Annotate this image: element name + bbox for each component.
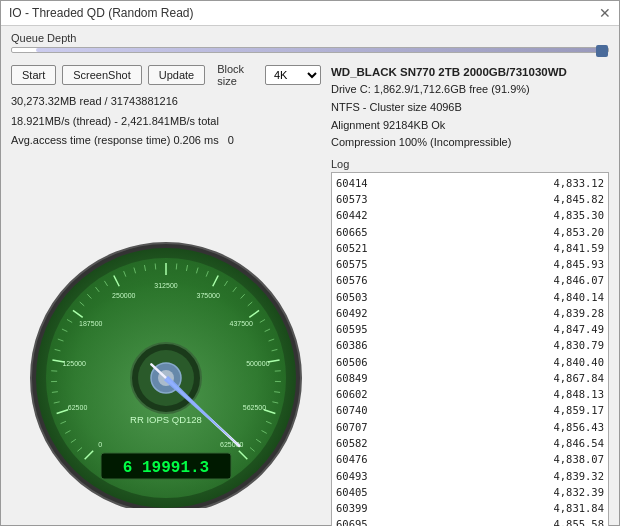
log-entry: 605754,845.93 [336,256,604,272]
slider-thumb [596,45,608,57]
log-entry: 603994,831.84 [336,500,604,516]
update-button[interactable]: Update [148,65,205,85]
block-size-group: Block size 4K 512B 1K 2K 8K 16K 32K 64K [217,63,321,87]
queue-depth-label: Queue Depth [11,32,609,44]
drive-compression: Compression 100% (Incompressible) [331,134,609,152]
log-entry: 605824,846.54 [336,435,604,451]
log-entry: 606654,853.20 [336,224,604,240]
log-entry: 604764,838.07 [336,451,604,467]
stats-line1: 30,273.32MB read / 31743881216 [11,93,321,111]
drive-name: WD_BLACK SN770 2TB 2000GB/731030WD [331,63,609,81]
svg-text:375000: 375000 [197,293,220,300]
queue-depth-slider[interactable] [11,47,609,53]
stats-line3: Avg.access time (response time) 0.206 ms… [11,132,321,150]
svg-text:562500: 562500 [243,404,266,411]
log-entry: 605954,847.49 [336,321,604,337]
log-entry: 607074,856.43 [336,419,604,435]
log-entry: 605734,845.82 [336,191,604,207]
log-entry: 603864,830.79 [336,337,604,353]
log-entry: 605764,846.07 [336,272,604,288]
gauge-readout: 6 19991.3 [123,459,209,477]
log-label: Log [331,158,609,170]
log-entry: 604144,833.12 [336,175,604,191]
gauge-container: 0625001250001875002500003125003750004375… [11,156,321,526]
svg-text:500000: 500000 [246,361,269,368]
svg-line-29 [176,264,177,270]
controls-row: Start ScreenShot Update Block size 4K 51… [11,63,321,87]
log-entry: 606024,848.13 [336,386,604,402]
main-content: Start ScreenShot Update Block size 4K 51… [1,57,619,526]
log-entry: 607404,859.17 [336,402,604,418]
slider-fill [36,48,608,52]
log-entry: 604924,839.28 [336,305,604,321]
log-entry: 608494,867.84 [336,370,604,386]
right-panel: WD_BLACK SN770 2TB 2000GB/731030WD Drive… [331,63,609,526]
svg-text:312500: 312500 [154,282,177,289]
log-entry: 605214,841.59 [336,240,604,256]
title-bar: IO - Threaded QD (Random Read) ✕ [1,1,619,26]
log-entry: 604424,835.30 [336,207,604,223]
log-box[interactable]: 604144,833.12605734,845.82604424,835.306… [331,172,609,526]
svg-text:187500: 187500 [79,321,102,328]
gauge-center-label: RR IOPS QD128 [130,414,202,425]
log-entry: 605064,840.40 [336,354,604,370]
log-entry: 605034,840.14 [336,289,604,305]
queue-depth-section: Queue Depth [1,26,619,57]
stats-line2: 18.921MB/s (thread) - 2,421.841MB/s tota… [11,113,321,131]
svg-text:125000: 125000 [62,361,85,368]
drive-ntfs: NTFS - Cluster size 4096B [331,99,609,117]
window-title: IO - Threaded QD (Random Read) [9,6,194,20]
block-size-select[interactable]: 4K 512B 1K 2K 8K 16K 32K 64K [265,65,321,85]
drive-info: WD_BLACK SN770 2TB 2000GB/731030WD Drive… [331,63,609,152]
svg-text:250000: 250000 [112,293,135,300]
left-panel: Start ScreenShot Update Block size 4K 51… [11,63,321,526]
log-entry: 604054,832.39 [336,484,604,500]
screenshot-button[interactable]: ScreenShot [62,65,141,85]
svg-text:62500: 62500 [68,404,88,411]
start-button[interactable]: Start [11,65,56,85]
drive-alignment: Alignment 92184KB Ok [331,117,609,135]
close-button[interactable]: ✕ [599,5,611,21]
drive-c: Drive C: 1,862.9/1,712.6GB free (91.9%) [331,81,609,99]
log-entry: 604934,839.32 [336,468,604,484]
block-size-label: Block size [217,63,261,87]
svg-text:437500: 437500 [230,321,253,328]
log-entry: 606954,855.58 [336,516,604,526]
svg-text:0: 0 [98,441,102,448]
svg-line-27 [155,264,156,270]
main-window: IO - Threaded QD (Random Read) ✕ Queue D… [0,0,620,526]
gauge-svg: 0625001250001875002500003125003750004375… [21,238,311,508]
